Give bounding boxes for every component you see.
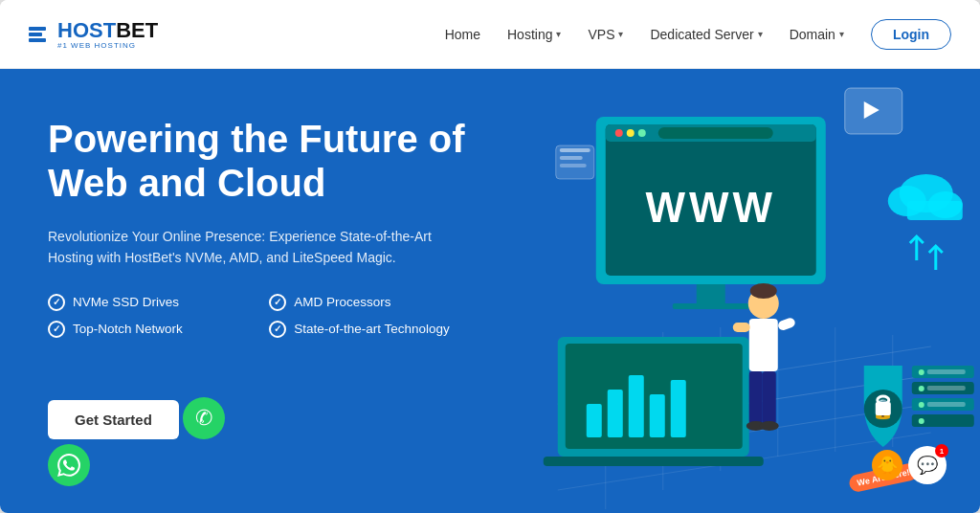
svg-point-18: [638, 129, 646, 137]
logo-host: HOST: [57, 18, 116, 42]
svg-rect-26: [671, 380, 686, 437]
vps-caret: ▾: [618, 29, 623, 39]
login-button[interactable]: Login: [871, 19, 951, 50]
svg-rect-27: [544, 457, 764, 466]
chat-badge: 1: [935, 444, 948, 457]
svg-rect-31: [749, 371, 763, 424]
features-list: NVMe SSD Drives AMD Processors Top-Notch…: [48, 294, 471, 338]
whatsapp-button[interactable]: [48, 444, 90, 486]
nav-dedicated-server[interactable]: Dedicated Server ▾: [650, 27, 762, 42]
hero-section: Powering the Future of Web and Cloud Rev…: [0, 69, 980, 513]
svg-rect-36: [777, 317, 796, 332]
check-icon-3: [48, 321, 65, 338]
nav-hosting[interactable]: Hosting ▾: [507, 27, 561, 42]
svg-rect-24: [629, 375, 644, 437]
whatsapp-icon: [57, 454, 80, 477]
svg-rect-14: [673, 303, 749, 309]
whatsapp-button[interactable]: ✆: [183, 397, 225, 439]
dedicated-caret: ▾: [758, 29, 763, 39]
svg-rect-62: [560, 156, 583, 160]
get-started-button[interactable]: Get Started: [48, 400, 179, 439]
whatsapp-icon: ✆: [195, 406, 212, 431]
svg-point-29: [750, 283, 777, 299]
hero-description: Revolutionize Your Online Presence: Expe…: [48, 226, 450, 269]
svg-point-54: [919, 402, 924, 408]
chat-button[interactable]: 💬 1: [908, 446, 947, 484]
check-icon-2: [269, 294, 286, 311]
svg-point-16: [615, 129, 623, 137]
svg-point-17: [627, 129, 635, 137]
svg-rect-44: [907, 201, 963, 220]
logo: HOSTBET #1 WEB HOSTING: [29, 18, 158, 50]
svg-rect-52: [927, 386, 966, 390]
svg-rect-32: [763, 371, 776, 424]
check-icon-1: [48, 294, 65, 311]
main-nav: Home Hosting ▾ VPS ▾ Dedicated Server ▾ …: [445, 19, 951, 50]
browser-frame: HOSTBET #1 WEB HOSTING Home Hosting ▾ VP…: [0, 0, 980, 513]
nav-home[interactable]: Home: [445, 27, 480, 42]
logo-sub: #1 WEB HOSTING: [57, 41, 158, 50]
svg-rect-49: [927, 369, 966, 374]
feature-nvme: NVMe SSD Drives: [48, 294, 250, 311]
svg-point-34: [760, 421, 779, 431]
domain-caret: ▾: [839, 29, 844, 39]
hero-title: Powering the Future of Web and Cloud: [48, 117, 471, 205]
logo-text: HOSTBET #1 WEB HOSTING: [57, 18, 158, 50]
hero-illustration: WWW: [509, 69, 980, 513]
svg-rect-13: [697, 284, 725, 303]
svg-rect-61: [560, 148, 590, 152]
hosting-caret: ▾: [556, 29, 561, 39]
svg-rect-35: [733, 323, 750, 332]
duck-icon: 🐥: [872, 450, 902, 480]
feature-network: Top-Notch Network: [48, 321, 250, 338]
svg-rect-55: [927, 402, 966, 407]
svg-rect-25: [650, 394, 665, 437]
svg-rect-22: [587, 404, 602, 437]
header: HOSTBET #1 WEB HOSTING Home Hosting ▾ VP…: [0, 0, 980, 69]
chat-icon: 💬: [917, 455, 938, 476]
svg-rect-19: [658, 127, 773, 139]
logo-icon: [29, 27, 46, 42]
logo-bet: BET: [116, 18, 158, 42]
nav-vps[interactable]: VPS ▾: [588, 27, 623, 42]
check-icon-4: [269, 321, 286, 338]
svg-rect-23: [608, 390, 623, 437]
svg-rect-63: [560, 164, 587, 167]
feature-technology: State-of-the-art Technology: [269, 321, 471, 338]
svg-point-51: [919, 386, 924, 391]
svg-rect-30: [749, 319, 778, 371]
svg-point-57: [919, 418, 924, 424]
svg-text:WWW: WWW: [646, 184, 777, 231]
feature-amd: AMD Processors: [269, 294, 471, 311]
svg-point-48: [919, 369, 924, 375]
nav-domain[interactable]: Domain ▾: [790, 27, 844, 42]
